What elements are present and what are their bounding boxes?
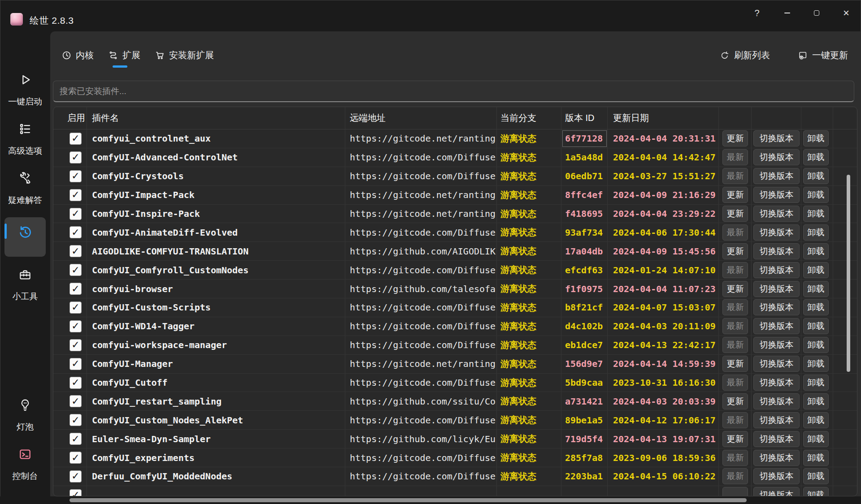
plugin-enabled-checkbox[interactable]: ✓ <box>70 208 82 220</box>
uninstall-button[interactable]: 卸载 <box>803 450 829 466</box>
switch-version-button[interactable]: 切换版本 <box>753 318 800 334</box>
uninstall-button[interactable]: 卸载 <box>803 412 829 428</box>
latest-button[interactable]: 最新 <box>722 318 748 334</box>
update-button[interactable]: 更新 <box>722 206 748 222</box>
plugin-enabled-checkbox[interactable]: ✓ <box>70 245 82 257</box>
uninstall-button[interactable]: 卸载 <box>803 487 829 496</box>
update-button[interactable]: 更新 <box>722 130 748 146</box>
sidebar-item-bulb[interactable]: 灯泡 <box>0 398 50 433</box>
switch-version-button[interactable]: 切换版本 <box>753 412 800 428</box>
search-input[interactable] <box>53 81 854 101</box>
maximize-button[interactable] <box>806 5 827 21</box>
switch-version-button[interactable]: 切换版本 <box>753 337 800 353</box>
update-all-button[interactable]: 一键更新 <box>798 49 848 61</box>
plugin-enabled-checkbox[interactable]: ✓ <box>70 358 82 370</box>
update-button[interactable]: 更新 <box>722 393 748 409</box>
switch-version-button[interactable]: 切换版本 <box>753 281 800 297</box>
sidebar-item-troubleshoot[interactable]: 疑难解答 <box>0 171 50 206</box>
latest-button[interactable]: 最新 <box>722 168 748 184</box>
plugin-enabled-checkbox[interactable]: ✓ <box>70 433 82 445</box>
uninstall-button[interactable]: 卸载 <box>803 206 829 222</box>
update-button[interactable]: 更新 <box>722 187 748 203</box>
plugin-enabled-checkbox[interactable]: ✓ <box>70 226 82 238</box>
uninstall-button[interactable]: 卸载 <box>803 299 829 315</box>
switch-version-button[interactable]: 切换版本 <box>753 243 800 259</box>
plugin-enabled-checkbox[interactable]: ✓ <box>70 470 82 482</box>
sidebar-item-version-management[interactable] <box>0 225 50 239</box>
uninstall-button[interactable]: 卸载 <box>803 281 829 297</box>
switch-version-button[interactable]: 切换版本 <box>753 224 800 241</box>
plugin-enabled-checkbox[interactable]: ✓ <box>70 339 82 351</box>
latest-button[interactable]: 最新 <box>722 412 748 428</box>
uninstall-button[interactable]: 卸载 <box>803 393 829 409</box>
plugin-enabled-checkbox[interactable]: ✓ <box>70 395 82 407</box>
plugin-enabled-checkbox[interactable]: ✓ <box>70 302 82 314</box>
plugin-enabled-checkbox[interactable]: ✓ <box>70 133 82 145</box>
sidebar-item-advanced-options[interactable]: 高级选项 <box>0 122 50 157</box>
plugin-enabled-checkbox[interactable]: ✓ <box>70 452 82 464</box>
latest-button[interactable]: 最新 <box>722 224 748 241</box>
tab-kernel[interactable]: 内核 <box>61 49 94 62</box>
latest-button[interactable]: 最新 <box>722 149 748 165</box>
plugin-enabled-checkbox[interactable]: ✓ <box>70 283 82 295</box>
plugin-enabled-checkbox[interactable]: ✓ <box>70 377 82 389</box>
sidebar-item-console[interactable]: 控制台 <box>0 447 50 482</box>
uninstall-button[interactable]: 卸载 <box>803 318 829 334</box>
tab-extensions[interactable]: 扩展 <box>108 49 140 62</box>
uninstall-button[interactable]: 卸载 <box>803 262 829 278</box>
refresh-list-button[interactable]: 刷新列表 <box>720 49 770 61</box>
switch-version-button[interactable]: 切换版本 <box>753 130 800 146</box>
uninstall-button[interactable]: 卸载 <box>803 337 829 353</box>
minimize-button[interactable] <box>777 5 797 21</box>
plugin-enabled-checkbox[interactable]: ✓ <box>70 151 82 164</box>
uninstall-button[interactable]: 卸载 <box>803 243 829 259</box>
uninstall-button[interactable]: 卸载 <box>803 375 829 391</box>
plugin-enabled-checkbox[interactable]: ✓ <box>70 320 82 332</box>
switch-version-button[interactable]: 切换版本 <box>753 356 800 372</box>
switch-version-button[interactable]: 切换版本 <box>753 187 800 203</box>
uninstall-button[interactable]: 卸载 <box>803 168 829 184</box>
tab-install-new-extension[interactable]: 安装新扩展 <box>155 49 214 62</box>
plugin-enabled-checkbox[interactable]: ✓ <box>70 189 82 201</box>
latest-button[interactable]: 最新 <box>722 450 748 466</box>
update-button[interactable]: 更新 <box>722 431 748 447</box>
switch-version-button[interactable]: 切换版本 <box>753 299 800 315</box>
update-button[interactable]: 更新 <box>722 356 748 372</box>
close-button[interactable]: × <box>836 5 857 21</box>
sidebar-item-launch[interactable]: 一键启动 <box>0 73 50 108</box>
switch-version-button[interactable]: 切换版本 <box>753 393 800 409</box>
switch-version-button[interactable]: 切换版本 <box>753 168 800 184</box>
plugin-enabled-checkbox[interactable]: ✓ <box>70 264 82 276</box>
latest-button[interactable]: 最新 <box>722 262 748 278</box>
switch-version-button[interactable]: 切换版本 <box>753 206 800 222</box>
update-button[interactable] <box>722 487 748 496</box>
latest-button[interactable]: 最新 <box>722 468 748 484</box>
uninstall-button[interactable]: 卸载 <box>803 187 829 203</box>
switch-version-button[interactable]: 切换版本 <box>753 468 800 484</box>
switch-version-button[interactable]: 切换版本 <box>753 262 800 278</box>
plugin-enabled-checkbox[interactable]: ✓ <box>70 414 82 426</box>
latest-button[interactable]: 最新 <box>722 299 748 315</box>
switch-version-button[interactable]: 切换版本 <box>753 487 800 496</box>
switch-version-button[interactable]: 切换版本 <box>753 149 800 165</box>
plugin-name: ComfyUI-Advanced-ControlNet <box>87 148 345 167</box>
vertical-scrollbar-thumb[interactable] <box>847 175 850 372</box>
uninstall-button[interactable]: 卸载 <box>803 149 829 165</box>
sidebar-item-small-tools[interactable]: 小工具 <box>0 267 50 302</box>
switch-version-button[interactable]: 切换版本 <box>753 375 800 391</box>
update-button[interactable]: 更新 <box>722 281 748 297</box>
uninstall-button[interactable]: 卸载 <box>803 468 829 484</box>
uninstall-button[interactable]: 卸载 <box>803 356 829 372</box>
latest-button[interactable]: 最新 <box>722 337 748 353</box>
uninstall-button[interactable]: 卸载 <box>803 130 829 146</box>
plugin-enabled-checkbox[interactable]: ✓ <box>70 489 82 496</box>
horizontal-scrollbar-thumb[interactable] <box>70 498 747 502</box>
plugin-enabled-checkbox[interactable]: ✓ <box>70 170 82 182</box>
uninstall-button[interactable]: 卸载 <box>803 224 829 241</box>
latest-button[interactable]: 最新 <box>722 375 748 391</box>
uninstall-button[interactable]: 卸载 <box>803 431 829 447</box>
switch-version-button[interactable]: 切换版本 <box>753 450 800 466</box>
help-button[interactable]: ? <box>747 5 767 21</box>
switch-version-button[interactable]: 切换版本 <box>753 431 800 447</box>
update-button[interactable]: 更新 <box>722 243 748 259</box>
